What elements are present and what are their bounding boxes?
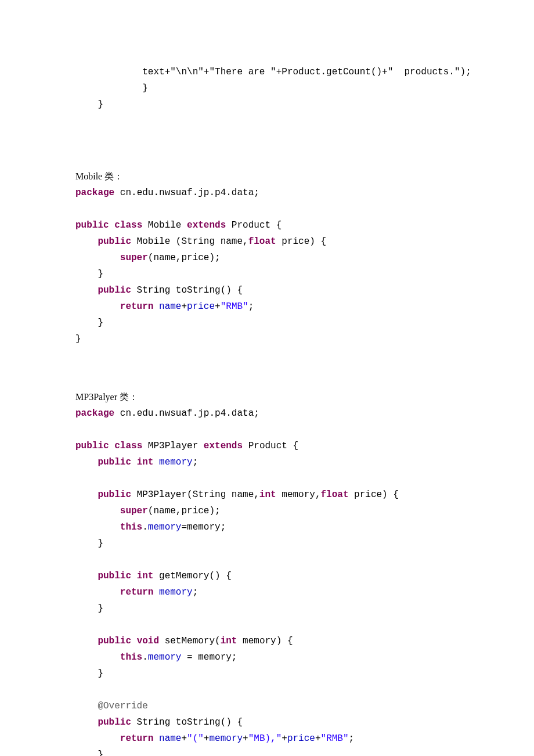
code-text: (name,price); <box>148 253 221 263</box>
code-text: } <box>98 269 103 279</box>
code-text: ; <box>248 301 254 312</box>
annotation-override: @Override <box>98 701 147 711</box>
code-text: Mobile (String name, <box>131 236 248 247</box>
code-text: ); <box>460 67 471 77</box>
code-text: cn.edu.nwsuaf.jp.p4.data; <box>114 188 259 198</box>
mobile-code-block: package cn.edu.nwsuaf.jp.p4.data; public… <box>75 185 459 347</box>
field-memory: memory <box>159 457 193 467</box>
code-text: = memory; <box>181 652 237 663</box>
field-memory: memory <box>209 733 243 744</box>
keyword-class: class <box>114 220 142 231</box>
code-text: } <box>98 318 103 328</box>
code-text: MP3Player(String name, <box>131 489 259 500</box>
keyword-int: int <box>137 457 154 467</box>
code-text: Product { <box>226 220 282 231</box>
code-text: ; <box>349 733 355 744</box>
code-text: memory, <box>276 489 321 500</box>
code-text: String toString() { <box>131 717 243 728</box>
code-text: } <box>98 99 103 110</box>
field-name: name <box>159 733 181 744</box>
code-text: memory) { <box>237 636 293 646</box>
mp3-code-block: package cn.edu.nwsuaf.jp.p4.data; public… <box>75 405 459 756</box>
keyword-return: return <box>120 587 154 597</box>
code-text: } <box>75 334 81 344</box>
string-literal: "RMB" <box>321 733 349 744</box>
keyword-public: public <box>98 717 131 728</box>
keyword-package: package <box>75 188 114 198</box>
code-text: " products." <box>388 67 460 77</box>
keyword-public: public <box>75 441 109 451</box>
code-text: + <box>215 301 221 312</box>
code-text: + <box>282 733 287 744</box>
code-text: Product { <box>243 441 298 451</box>
mobile-section-label: Mobile 类： <box>75 168 459 185</box>
field-memory: memory <box>148 522 182 532</box>
code-text: "There are " <box>209 67 276 77</box>
keyword-void: void <box>137 636 159 646</box>
code-text: +Product.getCount()+ <box>276 67 388 77</box>
code-text: . <box>142 652 148 663</box>
string-literal: "MB)," <box>248 733 282 744</box>
field-memory: memory <box>148 652 182 663</box>
keyword-public: public <box>98 457 131 467</box>
code-text: } <box>98 603 103 614</box>
keyword-float: float <box>248 236 276 247</box>
code-text: ; <box>193 587 199 597</box>
field-price: price <box>287 733 315 744</box>
code-text: . <box>142 522 148 532</box>
field-name: name <box>159 301 181 312</box>
code-text: (name,price); <box>148 506 221 516</box>
keyword-extends: extends <box>204 441 243 451</box>
code-text: } <box>98 750 103 756</box>
code-text: } <box>98 538 103 549</box>
code-text: "\n\n" <box>170 67 204 77</box>
code-text: ; <box>193 457 199 467</box>
code-text: MP3Player <box>142 441 204 451</box>
field-memory: memory <box>159 587 193 597</box>
code-text: setMemory( <box>159 636 221 646</box>
top-code-snippet: text+"\n\n"+"There are "+Product.getCoun… <box>75 64 459 113</box>
code-text: price) { <box>349 489 399 500</box>
keyword-float: float <box>320 489 348 500</box>
code-text: text+ <box>142 67 170 77</box>
code-text: + <box>181 301 187 312</box>
keyword-super: super <box>120 253 148 263</box>
mp3-section-label: MP3Palyer 类： <box>75 389 459 405</box>
code-text: cn.edu.nwsuaf.jp.p4.data; <box>114 408 259 419</box>
keyword-this: this <box>120 522 142 532</box>
code-text: Mobile <box>142 220 187 231</box>
code-text: getMemory() { <box>153 571 231 581</box>
keyword-package: package <box>75 408 114 419</box>
code-text: } <box>142 83 148 93</box>
string-literal: "RMB" <box>221 301 248 312</box>
code-text: + <box>243 733 248 744</box>
code-text: price) { <box>276 236 326 247</box>
keyword-public: public <box>98 236 131 247</box>
keyword-return: return <box>120 733 154 744</box>
code-text: =memory; <box>181 522 226 532</box>
field-price: price <box>187 301 215 312</box>
code-text: + <box>181 733 187 744</box>
keyword-int: int <box>259 489 276 500</box>
code-text: } <box>98 668 103 679</box>
keyword-public: public <box>75 220 109 231</box>
keyword-public: public <box>98 285 131 296</box>
keyword-public: public <box>98 571 131 581</box>
keyword-int: int <box>137 571 154 581</box>
keyword-this: this <box>120 652 142 663</box>
keyword-extends: extends <box>187 220 226 231</box>
keyword-class: class <box>114 441 142 451</box>
code-text: + <box>204 67 210 77</box>
keyword-return: return <box>120 301 154 312</box>
keyword-public: public <box>98 489 131 500</box>
keyword-public: public <box>98 636 131 646</box>
code-text: + <box>315 733 321 744</box>
string-literal: "(" <box>187 733 204 744</box>
document-page: text+"\n\n"+"There are "+Product.getCoun… <box>0 0 534 756</box>
keyword-super: super <box>120 506 148 516</box>
keyword-int: int <box>221 636 237 646</box>
code-text: String toString() { <box>131 285 243 296</box>
